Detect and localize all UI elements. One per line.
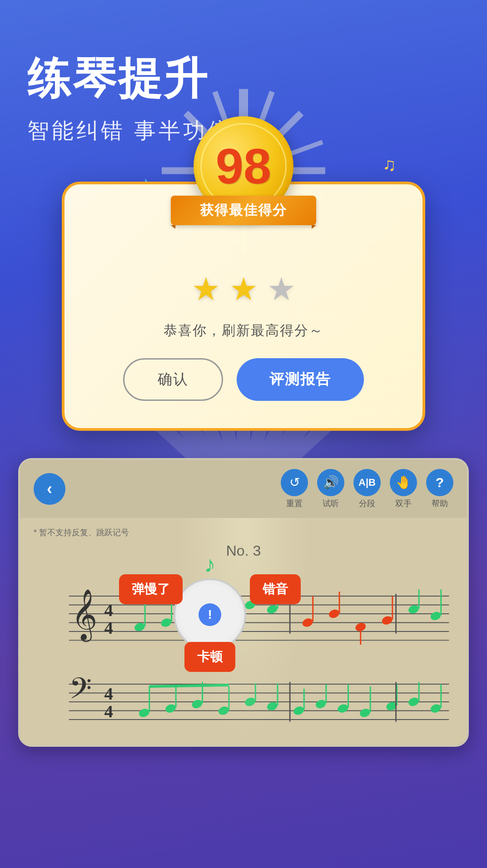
star-3: ★ [267, 271, 296, 308]
main-title: 练琴提升 [27, 54, 460, 103]
error-center-circle: ! [174, 578, 246, 651]
svg-point-69 [164, 703, 177, 714]
twohands-label: 双手 [395, 498, 412, 509]
svg-text:𝄞: 𝄞 [71, 589, 97, 642]
svg-point-55 [429, 610, 442, 621]
svg-point-80 [293, 705, 305, 716]
tool-reset[interactable]: ↺ 重置 [281, 469, 308, 509]
error-center-icon: ! [199, 603, 221, 626]
card-buttons: 确认 评测报告 [92, 358, 395, 401]
svg-point-90 [407, 696, 420, 707]
svg-point-73 [217, 705, 230, 716]
svg-point-45 [301, 617, 314, 628]
svg-text:𝄢: 𝄢 [69, 672, 92, 711]
stars-row: ★ ★ ★ [92, 271, 395, 308]
svg-text:4: 4 [104, 600, 113, 619]
report-button[interactable]: 评测报告 [237, 358, 364, 401]
tool-section[interactable]: A|B 分段 [353, 469, 381, 509]
star-2: ★ [229, 271, 258, 308]
help-label: 帮助 [432, 498, 448, 509]
medal-container: 98 获得最佳得分 [180, 116, 307, 216]
svg-text:4: 4 [104, 701, 113, 721]
svg-point-78 [266, 700, 278, 711]
reset-label: 重置 [286, 498, 303, 509]
tool-twohands[interactable]: 🤚 双手 [390, 469, 417, 509]
svg-point-76 [244, 696, 257, 707]
svg-point-71 [191, 698, 204, 709]
sheet-card: ‹ ↺ 重置 🔊 试听 A|B 分段 [18, 458, 469, 747]
sheet-section: ‹ ↺ 重置 🔊 试听 A|B 分段 [0, 458, 487, 774]
score-card: 98 获得最佳得分 ★ ★ ★ 恭喜你，刷新最高得分～ 确认 评测报告 [62, 182, 425, 431]
ribbon-banner: 获得最佳得分 [171, 196, 316, 225]
score-number: 98 [216, 141, 271, 191]
score-section: 98 获得最佳得分 ★ ★ ★ 恭喜你，刷新最高得分～ 确认 评测报告 [0, 163, 487, 458]
reset-icon: ↺ [281, 469, 308, 496]
back-button[interactable]: ‹ [34, 473, 65, 505]
congrats-text: 恭喜你，刷新最高得分～ [92, 321, 395, 340]
listen-icon: 🔊 [317, 469, 344, 496]
music-note-green: ♪ [204, 551, 216, 577]
staff-svg-bass: 𝄢 4 4 [34, 670, 453, 734]
tool-listen[interactable]: 🔊 试听 [317, 469, 344, 509]
sheet-music-area: * 暂不支持反复、跳跃记号 No. 3 𝄞 [20, 518, 467, 745]
sheet-toolbar: ‹ ↺ 重置 🔊 试听 A|B 分段 [20, 460, 467, 518]
section-label: 分段 [359, 498, 375, 509]
staff-container: 𝄞 4 4 [34, 568, 453, 661]
svg-point-86 [359, 707, 372, 718]
svg-point-53 [407, 604, 420, 615]
error-tag-wrong: 错音 [250, 574, 301, 604]
error-tag-slow: 弹慢了 [119, 574, 183, 604]
help-icon: ? [426, 469, 453, 496]
back-arrow-icon: ‹ [47, 479, 52, 498]
svg-point-51 [381, 615, 393, 626]
toolbar-right: ↺ 重置 🔊 试听 A|B 分段 🤚 [281, 469, 453, 509]
section-icon: A|B [353, 469, 381, 496]
confirm-button[interactable]: 确认 [123, 358, 223, 401]
sheet-note-warning: * 暂不支持反复、跳跃记号 [34, 527, 453, 538]
tool-help[interactable]: ? 帮助 [426, 469, 453, 509]
svg-text:4: 4 [104, 617, 113, 637]
svg-line-75 [149, 685, 229, 686]
page-wrapper: ♪ ♫ ♩ ♬ 练琴提升 智能纠错 事半功倍 [0, 0, 487, 868]
star-1: ★ [192, 271, 220, 308]
svg-point-84 [337, 703, 349, 714]
twohands-icon: 🤚 [390, 469, 417, 496]
lower-staff: 𝄢 4 4 [34, 670, 453, 735]
svg-text:4: 4 [104, 684, 113, 703]
svg-point-67 [138, 707, 150, 718]
svg-point-82 [314, 698, 327, 709]
listen-label: 试听 [323, 498, 339, 509]
svg-point-47 [328, 608, 340, 619]
error-tag-stuck: 卡顿 [184, 642, 235, 672]
error-bubble-container: ♪ ! 弹慢了 错音 卡顿 [128, 551, 292, 678]
svg-point-92 [429, 703, 442, 714]
